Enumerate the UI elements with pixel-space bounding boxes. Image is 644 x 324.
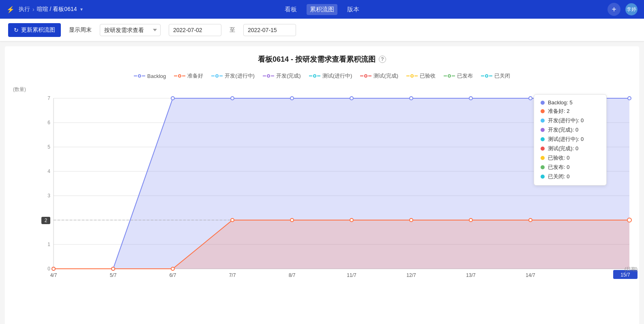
tooltip-text-test-done: 测试(完成): 0 [548, 145, 578, 152]
legend-accepted-label: 已验收 [420, 72, 436, 80]
tooltip-dot-released [541, 165, 545, 169]
date-separator: 至 [230, 26, 235, 34]
svg-text:4: 4 [47, 168, 50, 174]
tooltip-text-dev-progress: 开发(进行中): 0 [548, 117, 584, 124]
legend-dev-done-label: 开发(完成) [276, 72, 301, 80]
legend-item-dev-progress: 开发(进行中) [211, 72, 255, 80]
filter-select[interactable]: 按研发需求查看 [100, 24, 161, 36]
tooltip-row-dev-progress: 开发(进行中): 0 [541, 117, 600, 124]
tooltip-row-accepted: 已验收: 0 [541, 154, 600, 162]
tooltip-dot-dev-done [541, 128, 545, 132]
svg-text:1: 1 [47, 242, 50, 247]
legend-released-label: 已发布 [457, 72, 473, 80]
svg-text:3: 3 [47, 193, 50, 199]
tooltip-dot-closed [541, 175, 545, 179]
help-icon[interactable]: ? [379, 56, 386, 63]
user-avatar[interactable]: 李婷 [625, 3, 638, 15]
svg-point-25 [410, 97, 413, 100]
svg-text:14/7: 14/7 [526, 272, 535, 278]
legend-test-progress-label: 测试(进行中) [322, 72, 352, 80]
chart-svg-container: 0 1 2 3 4 5 6 7 [33, 86, 631, 283]
main-content: 看板0614 - 按研发需求查看累积流图 ? Backlog 准备好 [5, 46, 639, 324]
svg-text:12/7: 12/7 [406, 272, 416, 278]
svg-text:5/7: 5/7 [110, 272, 117, 278]
tooltip-row-dev-done: 开发(完成): 0 [541, 126, 600, 134]
legend-test-done-label: 测试(完成) [374, 72, 398, 80]
svg-text:2: 2 [45, 218, 47, 223]
svg-point-23 [290, 97, 294, 100]
chart-title-text: 看板0614 - 按研发需求查看累积流图 [258, 54, 376, 64]
svg-text:15/7: 15/7 [620, 272, 630, 278]
refresh-icon: ↻ [14, 27, 19, 33]
tooltip-row-backlog: Backlog: 5 [541, 99, 600, 106]
svg-point-36 [469, 218, 472, 222]
tooltip-dot-test-progress [541, 137, 545, 141]
header-actions: + 李婷 [608, 3, 638, 16]
nav-kanban[interactable]: 看板 [281, 4, 300, 15]
legend-item-ready: 准备好 [174, 72, 203, 80]
svg-text:5: 5 [47, 144, 50, 150]
tooltip-text-accepted: 已验收: 0 [548, 154, 569, 162]
svg-text:8/7: 8/7 [289, 272, 296, 278]
tooltip-row-test-done: 测试(完成): 0 [541, 145, 600, 152]
svg-text:7/7: 7/7 [229, 272, 236, 278]
date-to-input[interactable] [243, 24, 296, 36]
nav-version[interactable]: 版本 [344, 4, 363, 15]
header: ⚡ 执行 › 喧喧 / 看板0614 ▾ 看板 累积流图 版本 + 李婷 [0, 0, 644, 19]
svg-point-27 [529, 97, 532, 100]
legend-closed-label: 已关闭 [494, 72, 510, 80]
show-week-label: 显示周末 [69, 26, 92, 34]
svg-point-22 [231, 97, 234, 100]
svg-point-37 [529, 218, 532, 222]
tooltip-text-test-progress: 测试(进行中): 0 [548, 136, 584, 143]
breadcrumb-sep1: › [32, 6, 34, 13]
toolbar: ↻ 更新累积流图 显示周末 按研发需求查看 至 [0, 19, 644, 41]
svg-text:4/7: 4/7 [50, 272, 57, 278]
legend-item-released: 已发布 [444, 72, 473, 80]
breadcrumb-execute[interactable]: 执行 [19, 6, 30, 13]
y-axis-label: (数量) [13, 86, 26, 93]
add-button[interactable]: + [608, 3, 620, 16]
breadcrumb-area: ⚡ 执行 › 喧喧 / 看板0614 ▾ [6, 6, 83, 13]
svg-point-28 [628, 97, 631, 100]
svg-text:7: 7 [47, 95, 50, 101]
tooltip-row-ready: 准备好: 2 [541, 108, 600, 115]
tooltip-row-closed: 已关闭: 0 [541, 173, 600, 180]
svg-point-38 [627, 218, 631, 222]
svg-text:0: 0 [47, 266, 50, 272]
svg-point-30 [112, 267, 115, 270]
breadcrumb-kanban[interactable]: 喧喧 / 看板0614 [37, 6, 77, 13]
svg-point-24 [350, 97, 353, 100]
legend-item-test-progress: 测试(进行中) [309, 72, 352, 80]
tooltip-row-released: 已发布: 0 [541, 164, 600, 171]
dropdown-icon[interactable]: ▾ [80, 6, 83, 12]
svg-point-33 [290, 218, 294, 222]
logo-icon: ⚡ [6, 6, 15, 13]
legend-item-test-done: 测试(完成) [360, 72, 398, 80]
tooltip-dot-backlog [541, 101, 545, 105]
svg-point-26 [469, 97, 472, 100]
svg-text:6/7: 6/7 [170, 272, 176, 278]
svg-point-34 [350, 218, 353, 222]
tooltip-row-test-progress: 测试(进行中): 0 [541, 136, 600, 143]
svg-point-31 [171, 267, 174, 270]
nav-cumulative-flow[interactable]: 累积流图 [307, 4, 337, 15]
svg-text:(日期): (日期) [625, 266, 638, 272]
legend-ready-label: 准备好 [187, 72, 203, 80]
tooltip-text-closed: 已关闭: 0 [548, 173, 569, 180]
tooltip-text-ready: 准备好: 2 [548, 108, 569, 115]
tooltip-dot-dev-progress [541, 119, 545, 123]
tooltip-text-dev-done: 开发(完成): 0 [548, 126, 578, 134]
legend-item-dev-done: 开发(完成) [263, 72, 301, 80]
svg-point-35 [410, 218, 413, 222]
legend-item-accepted: 已验收 [406, 72, 436, 80]
tooltip-text-released: 已发布: 0 [548, 164, 569, 171]
svg-point-29 [52, 267, 55, 270]
date-from-input[interactable] [169, 24, 221, 36]
legend-dev-progress-label: 开发(进行中) [225, 72, 255, 80]
tooltip-text-backlog: Backlog: 5 [548, 99, 573, 106]
refresh-button[interactable]: ↻ 更新累积流图 [8, 23, 61, 37]
svg-text:13/7: 13/7 [466, 272, 476, 278]
legend-item-backlog: Backlog [134, 72, 166, 80]
main-nav: 看板 累积流图 版本 [281, 4, 363, 15]
